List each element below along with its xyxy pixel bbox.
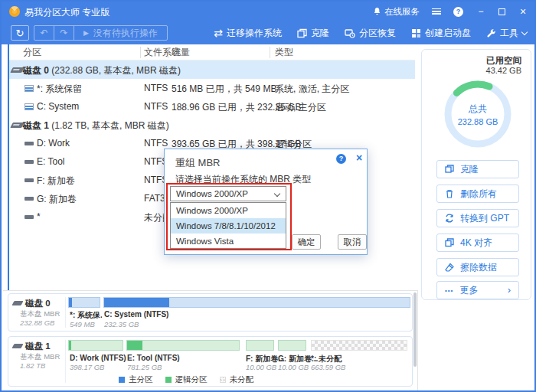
type-value: 系统, 激活, 主分区 <box>275 83 349 96</box>
clone-toolbar-button[interactable]: 克隆 <box>297 27 329 40</box>
partition-name: C: System <box>37 101 79 112</box>
dropdown-option-windows-7-8-10[interactable]: Windows 7/8/8.1/10/2012 <box>171 218 286 234</box>
online-service-label: 在线服务 <box>384 6 420 18</box>
partition-recovery-button[interactable]: 分区恢复 <box>345 27 396 40</box>
ok-button[interactable]: 确定 <box>292 234 321 250</box>
chevron-down-icon <box>274 191 280 197</box>
help-icon[interactable]: ? <box>453 7 463 17</box>
table-row-disk0[interactable]: 磁盘 0 (232.88 GB, 基本盘, MBR 磁盘) <box>9 60 415 79</box>
legend-logical-label: 逻辑分区 <box>175 374 208 385</box>
chevron-right-icon: › <box>508 284 511 296</box>
legend-logical-swatch <box>165 377 172 383</box>
disk-detail: (232.88 GB, 基本盘, MBR 磁盘) <box>49 65 181 76</box>
trash-icon <box>445 189 454 198</box>
sidebar-more-button[interactable]: ••• 更多 › <box>436 281 519 299</box>
convert-icon <box>445 214 454 223</box>
sidebar-wipe-data-button[interactable]: 擦除数据 <box>436 258 519 276</box>
sidebar-clone-label: 克隆 <box>460 163 479 176</box>
column-header-type: 类型 <box>275 46 293 59</box>
scrollbar-thumb[interactable] <box>413 292 417 367</box>
migrate-os-button[interactable]: ⇄ 迁移操作系统 <box>214 27 282 40</box>
dropdown-option-windows-2000-xp[interactable]: Windows 2000/XP <box>171 203 286 218</box>
legend-primary-label: 主分区 <box>129 374 153 385</box>
partition-name: F: 新加卷 <box>37 175 75 188</box>
tools-label: 工具 <box>500 27 518 40</box>
sidebar-more-label: 更多 <box>459 284 478 297</box>
column-divider <box>140 47 141 58</box>
column-header-partition: 分区 <box>23 46 41 59</box>
menu-list-icon[interactable] <box>432 8 441 15</box>
total-value: 232.88 GB <box>458 117 498 126</box>
sidebar-clone-button[interactable]: 克隆 <box>436 160 519 178</box>
total-label: 总共 <box>469 103 487 116</box>
partition-name: E: Tool <box>37 156 64 167</box>
minimize-button[interactable]: − <box>476 6 486 17</box>
dialog-prompt: 请选择当前操作系统的 MBR 类型 <box>175 173 311 186</box>
table-row-disk1[interactable]: 磁盘 1 (1.82 TB, 基本盘, MBR 磁盘) <box>9 116 415 134</box>
partition-recovery-label: 分区恢复 <box>359 27 396 40</box>
disk-detail: (1.82 TB, 基本盘, MBR 磁盘) <box>49 120 169 131</box>
sidebar-4k-align-label: 4K 对齐 <box>460 237 492 250</box>
dialog-close-icon[interactable]: × <box>353 152 365 164</box>
segment-d-work[interactable] <box>68 340 123 351</box>
used-space-value: 43.42 GB <box>486 66 521 75</box>
disk0-size: 232.88 GB <box>20 318 54 327</box>
table-row-system-reserved[interactable]: *: 系统保留 NTFS 516 MB 已用，共 549 MB 系统, 激活, … <box>9 79 415 97</box>
pending-operations-button[interactable]: ▶ 没有待执行操作 <box>74 26 167 40</box>
refresh-button[interactable]: ↻ <box>11 25 29 41</box>
refresh-icon: ↻ <box>16 28 25 39</box>
mbr-type-selected-value: Windows 2000/XP <box>176 189 248 198</box>
disk-icon <box>11 344 23 348</box>
migrate-os-label: 迁移操作系统 <box>227 27 282 40</box>
sidebar-delete-all-button[interactable]: 删除所有 <box>436 185 519 203</box>
create-bootable-disk-button[interactable]: 创建启动盘 <box>411 27 471 40</box>
dropdown-option-windows-vista[interactable]: Windows Vista <box>171 234 286 249</box>
partition-icon <box>25 215 34 219</box>
segment-label: E: Tool (NTFS) <box>127 354 180 362</box>
rebuild-mbr-dialog: 重组 MBR ? × 请选择当前操作系统的 MBR 类型 Windows 200… <box>164 149 368 255</box>
segment-system-reserved[interactable] <box>68 297 100 308</box>
maximize-button[interactable] <box>498 8 505 15</box>
segment-e-tool[interactable] <box>126 340 240 351</box>
migrate-os-icon: ⇄ <box>214 27 223 39</box>
ellipsis-icon: ••• <box>445 287 453 294</box>
chevron-down-icon <box>521 28 528 34</box>
cancel-button[interactable]: 取消 <box>338 234 367 250</box>
segment-label: *: 系统保... <box>70 310 102 321</box>
sidebar-convert-gpt-button[interactable]: 转换到 GPT <box>436 209 519 227</box>
segment-c-system[interactable] <box>103 297 410 308</box>
bell-icon <box>373 7 381 16</box>
partition-icon <box>25 142 34 145</box>
segment-f-volume[interactable] <box>246 340 274 351</box>
redo-button[interactable]: ↷ <box>54 26 74 40</box>
used-fill <box>127 341 142 350</box>
mbr-type-select[interactable]: Windows 2000/XP <box>170 186 286 201</box>
sidebar-4k-align-button[interactable]: 4K 对齐 <box>436 234 519 252</box>
column-divider <box>168 47 168 58</box>
bootable-disk-icon <box>411 28 421 38</box>
toolbar: ↻ ↶ ↷ ▶ 没有待执行操作 ⇄ 迁移操作系统 克隆 <box>2 21 534 44</box>
undo-button[interactable]: ↶ <box>34 26 54 40</box>
partition-icon <box>25 197 34 201</box>
play-icon: ▶ <box>83 29 89 37</box>
tools-button[interactable]: 工具 <box>486 27 527 40</box>
segment-unallocated[interactable] <box>311 340 407 351</box>
legend-unallocated-label: 未分配 <box>230 374 254 385</box>
card-divider <box>65 340 66 383</box>
online-service-button[interactable]: 在线服务 <box>373 6 420 18</box>
legend-primary-swatch <box>119 377 125 383</box>
mbr-type-dropdown-list: Windows 2000/XP Windows 7/8/8.1/10/2012 … <box>170 202 286 249</box>
segment-size: 781.25 GB <box>127 363 162 371</box>
partition-icon <box>25 103 34 110</box>
disk-name: 磁盘 0 <box>23 65 49 76</box>
close-button[interactable]: × <box>518 5 528 18</box>
legend-unallocated-swatch <box>220 377 226 383</box>
sidebar-wipe-data-label: 擦除数据 <box>460 261 497 274</box>
partition-legend: 主分区 逻辑分区 未分配 <box>119 374 253 385</box>
table-row-c-system[interactable]: C: System NTFS 188.96 GB 已用，共 232.35 GB … <box>9 97 415 116</box>
partition-icon <box>25 85 34 92</box>
segment-size: 398.17 GB <box>70 363 104 371</box>
segment-g-volume[interactable] <box>278 340 306 351</box>
app-logo-icon <box>9 6 20 17</box>
dialog-help-icon[interactable]: ? <box>336 154 346 164</box>
